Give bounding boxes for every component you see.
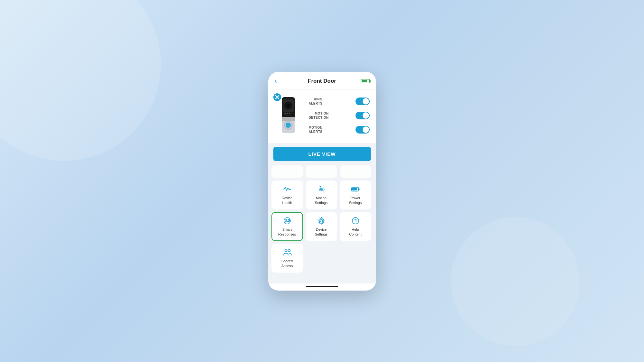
smart-responses-card[interactable]: SmartResponses [271,212,303,241]
motion-alerts-row: MOTIONALERTS [309,125,370,134]
device-settings-card[interactable]: DeviceSettings [306,212,337,241]
svg-point-26 [285,250,287,252]
svg-rect-19 [359,188,360,190]
page-title: Front Door [284,78,361,84]
home-indicator [306,286,338,287]
ring-alerts-label: RINGALERTS [309,97,323,106]
grid-row-1: DeviceHealth MotionSettings [271,181,373,209]
motion-detection-row: MOTIONDETECTION [309,111,370,120]
svg-rect-18 [352,188,357,190]
grid-section: DeviceHealth MotionSettings [268,165,376,280]
shared-access-label: SharedAccess [281,259,293,268]
device-card: RINGALERTS MOTIONDETECTION MOTIONALERTS [268,89,376,143]
svg-rect-15 [289,113,290,114]
help-icon: ? [351,216,360,225]
partial-card-1 [271,165,303,178]
notification-badge[interactable] [273,93,281,101]
smart-responses-label: SmartResponses [278,227,296,237]
header: ‹ Front Door [268,72,376,89]
partial-card-2 [306,165,337,178]
battery-settings-icon [351,185,360,194]
device-settings-label: DeviceSettings [315,227,328,237]
svg-point-8 [287,104,290,107]
svg-point-12 [287,124,290,127]
svg-rect-13 [284,113,286,114]
partial-top-row [271,165,373,178]
partial-card-3 [340,165,371,178]
grid-row-2: SmartResponses DeviceSettings [271,212,373,241]
device-image-area [275,95,304,136]
motion-alerts-label: MOTIONALERTS [309,125,323,134]
heartbeat-icon [283,185,291,194]
svg-point-27 [288,250,290,252]
power-settings-label: PowerSettings [349,196,362,205]
live-view-button[interactable]: LIVE VIEW [273,147,371,161]
shared-access-card[interactable]: SharedAccess [271,244,303,273]
motion-settings-card[interactable]: MotionSettings [306,181,337,209]
motion-detection-toggle[interactable] [355,112,370,119]
main-content: RINGALERTS MOTIONDETECTION MOTIONALERTS … [268,89,376,283]
battery-icon [361,79,370,83]
smart-responses-icon [283,216,291,225]
help-content-label: HelpContent [349,227,362,237]
people-icon [283,248,292,257]
gear-icon [317,216,326,225]
battery-fill [362,80,367,82]
motion-icon [317,185,326,194]
bottom-bar [268,283,376,291]
back-button[interactable]: ‹ [275,77,284,85]
close-icon [275,95,279,99]
phone-container: ‹ Front Door [268,72,376,291]
toggles-area: RINGALERTS MOTIONDETECTION MOTIONALERTS [309,95,370,134]
motion-alerts-toggle[interactable] [355,126,370,134]
power-settings-card[interactable]: PowerSettings [340,181,371,209]
ring-alerts-toggle[interactable] [355,97,370,105]
svg-rect-14 [287,113,288,114]
svg-point-16 [319,186,321,188]
svg-text:?: ? [354,218,357,223]
device-health-label: DeviceHealth [282,196,293,205]
motion-settings-label: MotionSettings [315,196,328,205]
motion-detection-label: MOTIONDETECTION [309,111,329,120]
ring-alerts-row: RINGALERTS [309,97,370,106]
grid-row-3: SharedAccess [271,244,373,273]
help-content-card[interactable]: ? HelpContent [340,212,371,241]
svg-point-23 [320,219,323,222]
device-health-card[interactable]: DeviceHealth [271,181,303,209]
svg-rect-4 [282,117,295,121]
